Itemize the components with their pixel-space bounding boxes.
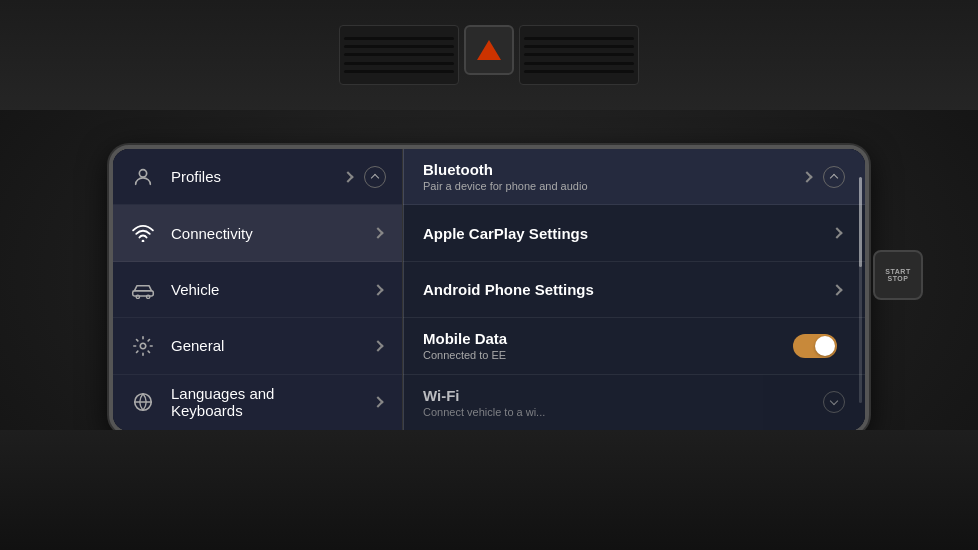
toggle-thumb — [815, 336, 835, 356]
wifi-item[interactable]: Wi-Fi Connect vehicle to a wi... — [403, 375, 865, 431]
svg-point-0 — [139, 169, 146, 176]
languages-chevron-icon — [372, 397, 383, 408]
start-button-label: STARTSTOP — [885, 268, 910, 282]
wifi-title: Wi-Fi — [423, 387, 817, 404]
car-icon — [129, 276, 157, 304]
mobile-data-content: Mobile Data Connected to EE — [423, 330, 793, 361]
mobile-data-toggle[interactable] — [793, 334, 837, 358]
bluetooth-circle-btn[interactable] — [823, 166, 845, 188]
person-icon — [129, 163, 157, 191]
scrollbar[interactable] — [859, 177, 862, 403]
languages-label: Languages andKeyboards — [171, 385, 374, 419]
wifi-circle-btn[interactable] — [823, 391, 845, 413]
wifi-icon — [129, 219, 157, 247]
android-phone-title: Android Phone Settings — [423, 281, 833, 298]
wifi-down-icon — [830, 397, 838, 405]
screen-bezel: Profiles — [109, 145, 869, 435]
hazard-triangle-icon — [477, 40, 501, 60]
bottom-dashboard-area — [0, 430, 978, 550]
svg-point-4 — [146, 295, 149, 298]
profiles-chevron-icon — [342, 171, 353, 182]
profiles-circle-btn[interactable] — [364, 166, 386, 188]
apple-carplay-content: Apple CarPlay Settings — [423, 225, 833, 242]
right-vent — [519, 25, 639, 85]
sidebar-item-profiles[interactable]: Profiles — [113, 149, 402, 205]
scroll-thumb — [859, 177, 862, 267]
right-content-panel: Bluetooth Pair a device for phone and au… — [403, 149, 865, 431]
top-vent-area — [0, 0, 978, 110]
svg-rect-2 — [133, 290, 154, 295]
start-stop-button[interactable]: STARTSTOP — [873, 250, 923, 300]
sidebar-item-vehicle[interactable]: Vehicle — [113, 262, 402, 318]
infotainment-screen: Profiles — [113, 149, 865, 431]
general-label: General — [171, 337, 374, 354]
mobile-data-item[interactable]: Mobile Data Connected to EE — [403, 318, 865, 374]
mobile-data-title: Mobile Data — [423, 330, 793, 347]
carplay-chevron-icon — [831, 227, 842, 238]
general-chevron-icon — [372, 340, 383, 351]
profiles-label: Profiles — [171, 168, 344, 185]
car-dashboard: Profiles — [0, 0, 978, 550]
svg-point-3 — [136, 295, 139, 298]
left-vent — [339, 25, 459, 85]
android-phone-item[interactable]: Android Phone Settings — [403, 262, 865, 318]
sidebar-item-general[interactable]: General — [113, 318, 402, 374]
wifi-content: Wi-Fi Connect vehicle to a wi... — [423, 387, 817, 418]
svg-point-1 — [142, 240, 145, 242]
profiles-up-icon — [371, 173, 379, 181]
android-chevron-icon — [831, 284, 842, 295]
wifi-subtitle: Connect vehicle to a wi... — [423, 406, 817, 418]
bluetooth-chevron-icon — [801, 171, 812, 182]
bluetooth-title: Bluetooth — [423, 161, 803, 178]
connectivity-label: Connectivity — [171, 225, 374, 242]
apple-carplay-item[interactable]: Apple CarPlay Settings — [403, 205, 865, 261]
bluetooth-up-icon — [830, 173, 838, 181]
left-menu-panel: Profiles — [113, 149, 403, 431]
sidebar-item-connectivity[interactable]: Connectivity — [113, 205, 402, 261]
vehicle-label: Vehicle — [171, 281, 374, 298]
globe-icon — [129, 388, 157, 416]
connectivity-chevron-icon — [372, 227, 383, 238]
bluetooth-subtitle: Pair a device for phone and audio — [423, 180, 803, 192]
gear-icon — [129, 332, 157, 360]
svg-point-5 — [140, 343, 146, 349]
android-phone-content: Android Phone Settings — [423, 281, 833, 298]
bluetooth-item[interactable]: Bluetooth Pair a device for phone and au… — [403, 149, 865, 205]
mobile-data-subtitle: Connected to EE — [423, 349, 793, 361]
apple-carplay-title: Apple CarPlay Settings — [423, 225, 833, 242]
bluetooth-content: Bluetooth Pair a device for phone and au… — [423, 161, 803, 192]
sidebar-item-languages[interactable]: Languages andKeyboards — [113, 375, 402, 431]
vehicle-chevron-icon — [372, 284, 383, 295]
hazard-button[interactable] — [464, 25, 514, 75]
